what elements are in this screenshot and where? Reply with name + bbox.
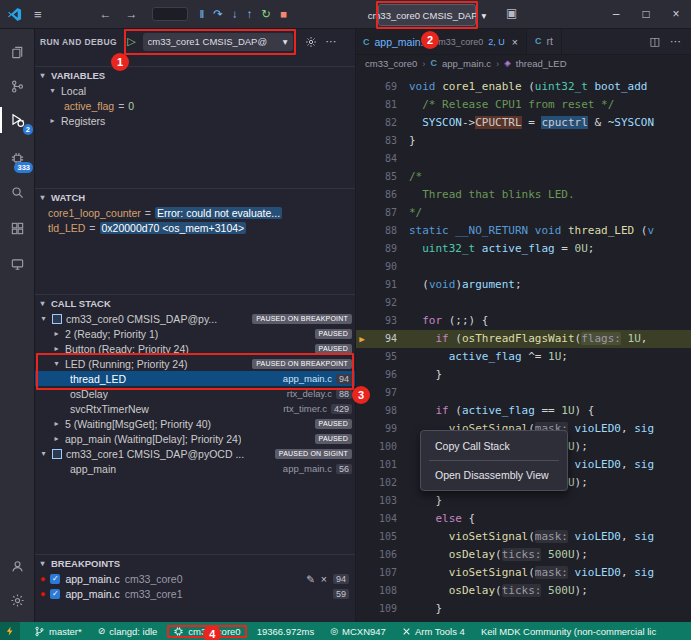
explorer-icon[interactable]	[0, 36, 34, 68]
menu-separator	[429, 460, 559, 461]
run-and-debug-icon[interactable]: 2	[0, 104, 34, 136]
code-line: 83}	[355, 132, 691, 150]
status-item-cm33_core0[interactable]: cm33_core04	[171, 626, 242, 637]
tab-app-main[interactable]: C app_main.c cm33_core0 2, U ×	[355, 28, 527, 54]
callstack-thread[interactable]: ▸Button (Ready; Priority 24)PAUSED	[34, 341, 355, 356]
line-number: 91	[369, 276, 397, 294]
callstack-thread[interactable]: ▸app_main (Waiting[Delay]; Priority 24)P…	[34, 431, 355, 446]
status-item-master[interactable]: master*	[32, 626, 84, 637]
run-and-debug-panel: RUN AND DEBUG ▷ cm33_core1 CMSIS_DAP@ ▾ …	[34, 28, 356, 622]
remove-breakpoint-icon[interactable]: ×	[321, 573, 327, 585]
minimize-button[interactable]: –	[601, 0, 631, 28]
device-icon[interactable]: 333	[0, 142, 34, 174]
line-number: 90	[369, 258, 397, 276]
callstack-frame[interactable]: app_mainapp_main.c56	[34, 461, 355, 476]
extensions-icon[interactable]	[0, 212, 34, 244]
more-actions-icon[interactable]: ⋯	[326, 35, 337, 48]
status-item-mcxn947[interactable]: ◎MCXN947	[328, 626, 388, 637]
callstack-frame[interactable]: thread_LEDapp_main.c94	[34, 371, 355, 386]
debug-target-dropdown[interactable]: cm33_core0 CMSIS_DAP ▾	[378, 4, 476, 26]
pause-icon[interactable]: ‖	[200, 8, 205, 20]
code-text: (void)argument;	[409, 276, 691, 294]
breakpoint-row[interactable]: ●✓app_main.ccm33_core159	[34, 586, 355, 601]
breakpoint-checkbox[interactable]: ✓	[50, 574, 60, 584]
source-control-icon[interactable]	[0, 70, 34, 102]
debug-session-icon	[52, 314, 62, 324]
callstack-session[interactable]: ▾cm33_core0 CMSIS_DAP@py...PAUSED ON BRE…	[34, 311, 355, 326]
search-icon[interactable]	[0, 176, 34, 208]
remote-indicator-icon[interactable]	[0, 622, 20, 640]
edit-breakpoint-icon[interactable]: ✎	[306, 573, 315, 585]
command-center[interactable]	[152, 7, 188, 21]
variables-header[interactable]: ▾ VARIABLES	[34, 67, 355, 83]
split-editor-icon[interactable]: ◫	[650, 35, 660, 48]
settings-gear-icon[interactable]	[0, 584, 34, 616]
step-into-icon[interactable]: ↓	[232, 8, 238, 20]
code-line: 90	[355, 258, 691, 276]
step-over-icon[interactable]: ↷	[213, 7, 223, 21]
close-button[interactable]: ×	[661, 0, 691, 28]
status-item-arm[interactable]: Arm Tools 4	[400, 626, 467, 637]
context-menu: Copy Call Stack Open Disassembly View	[420, 430, 568, 491]
callstack-thread[interactable]: ▾LED (Running; Priority 24)PAUSED ON BRE…	[34, 356, 355, 371]
menu-item-copy-call-stack[interactable]: Copy Call Stack	[421, 435, 567, 457]
variables-registers-group[interactable]: ▸ Registers	[34, 113, 355, 128]
watch-header[interactable]: ▾ WATCH	[34, 189, 355, 205]
more-actions-icon[interactable]: ⋯	[670, 35, 681, 48]
call-stack-header[interactable]: ▾ CALL STACK	[34, 295, 355, 311]
code-area[interactable]: 69void core1_enable (uint32_t boot_add81…	[355, 78, 691, 622]
status-item-19366.972ms[interactable]: 19366.972ms	[255, 626, 317, 637]
watch-row[interactable]: tld_LED = 0x20000d70 <os_mem+3104>	[34, 220, 355, 235]
start-debug-icon[interactable]: ▷	[127, 35, 135, 48]
breakpoint-checkbox[interactable]: ✓	[50, 589, 60, 599]
chip-icon	[173, 626, 184, 637]
execution-arrow-icon[interactable]: ▶	[355, 330, 369, 348]
maximize-button[interactable]: □	[631, 0, 661, 28]
step-out-icon[interactable]: ↑	[247, 8, 253, 20]
breakpoints-header[interactable]: ▾ BREAKPOINTS	[34, 555, 355, 571]
account-icon[interactable]	[0, 550, 34, 582]
callstack-session[interactable]: ▾cm33_core1 CMSIS_DAP@pyOCD ...PAUSED ON…	[34, 446, 355, 461]
code-line: 98 if (active_flag == 1U) {	[355, 402, 691, 420]
line-number: 98	[369, 402, 397, 420]
breadcrumb-core[interactable]: cm33_core0	[365, 58, 417, 69]
callstack-thread[interactable]: ▸5 (Waiting[MsgGet]; Priority 40)PAUSED	[34, 416, 355, 431]
back-icon[interactable]: ←	[100, 7, 112, 21]
line-number: 83	[369, 132, 397, 150]
status-item-keil[interactable]: Keil MDK Community (non-commercial lic	[479, 626, 658, 637]
breakpoint-dot-icon: ●	[40, 574, 45, 584]
callstack-thread[interactable]: ▸2 (Ready; Priority 1)PAUSED	[34, 326, 355, 341]
chevron-right-icon: ▸	[48, 116, 57, 125]
watch-row[interactable]: core1_loop_counter = Error: could not ev…	[34, 205, 355, 220]
callstack-frame[interactable]: svcRtxTimerNewrtx_timer.c429	[34, 401, 355, 416]
code-text: }	[409, 132, 691, 150]
menu-item-open-disassembly[interactable]: Open Disassembly View	[421, 464, 567, 486]
breadcrumb[interactable]: cm33_core0 › C app_main.c › ◈ thread_LED	[355, 55, 691, 71]
debug-settings-gear-icon[interactable]	[305, 36, 317, 48]
breadcrumb-symbol[interactable]: thread_LED	[516, 58, 567, 69]
paused-badge: PAUSED	[315, 329, 352, 339]
status-item-clangd[interactable]: ⊘clangd: idle	[96, 626, 160, 637]
history-nav: ← →	[100, 7, 138, 21]
launch-config-dropdown[interactable]: cm33_core1 CMSIS_DAP@ ▾	[143, 33, 293, 51]
code-text: for (;;) {	[409, 312, 691, 330]
remote-explorer-icon[interactable]	[0, 248, 34, 280]
debug-toolbar: ‖ ↷ ↓ ↑ ↻ ■	[200, 7, 288, 21]
code-text: if (active_flag == 1U) {	[409, 402, 691, 420]
forward-icon[interactable]: →	[126, 7, 138, 21]
breakpoint-row[interactable]: ●✓app_main.ccm33_core0✎×94	[34, 571, 355, 586]
close-icon[interactable]: ×	[512, 36, 518, 48]
menu-icon[interactable]: ≡	[34, 7, 42, 22]
title-bar: ≡ ← → ‖ ↷ ↓ ↑ ↻ ■ cm33_core0 CMSIS_DAP ▾…	[0, 0, 691, 29]
chevron-down-icon: ▾	[48, 86, 57, 95]
breadcrumb-file[interactable]: app_main.c	[442, 58, 491, 69]
status-items: master*⊘clangd: idlecm33_core0419366.972…	[32, 626, 658, 637]
restart-icon[interactable]: ↻	[262, 7, 272, 21]
callstack-frame[interactable]: osDelayrtx_delay.c88	[34, 386, 355, 401]
variables-local-group[interactable]: ▾ Local	[34, 83, 355, 98]
panel-toolbar: RUN AND DEBUG ▷ cm33_core1 CMSIS_DAP@ ▾ …	[34, 28, 355, 55]
tab-rt[interactable]: C rt	[527, 28, 562, 54]
layout-icon[interactable]: ▣	[506, 6, 517, 20]
variable-row[interactable]: active_flag = 0	[34, 98, 355, 113]
stop-icon[interactable]: ■	[280, 8, 287, 20]
